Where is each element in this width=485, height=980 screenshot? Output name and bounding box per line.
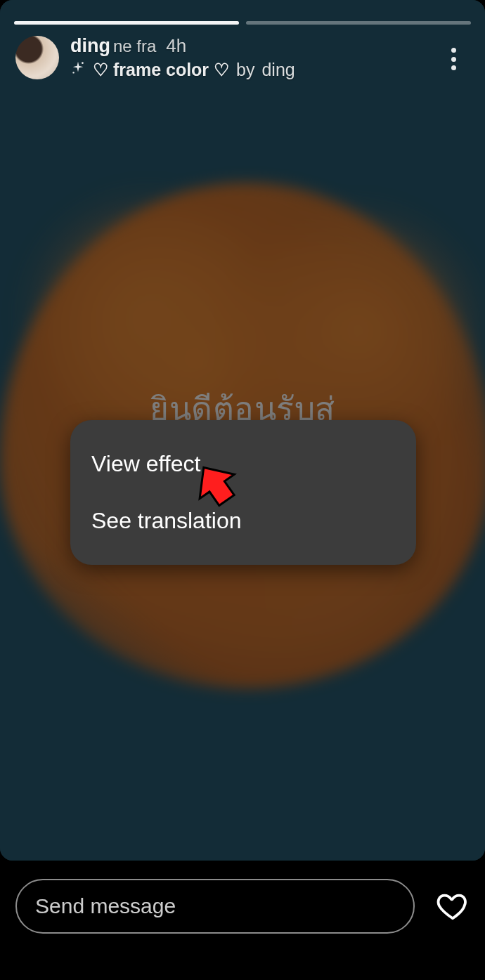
svg-point-1 <box>72 72 74 73</box>
avatar[interactable] <box>15 36 59 79</box>
message-placeholder: Send message <box>35 894 176 918</box>
effect-attribution[interactable]: ♡ frame color ♡ by ding <box>70 60 295 80</box>
username-sub: ne fra <box>113 37 156 56</box>
context-menu: View effect See translation <box>70 420 416 565</box>
story-viewer[interactable]: ยินดีต้อนรับสู่ ding ne fra 4h ♡ <box>0 0 485 861</box>
username-row[interactable]: ding ne fra 4h <box>70 35 295 57</box>
story-progress <box>14 21 471 25</box>
svg-point-0 <box>82 62 84 64</box>
username[interactable]: ding <box>70 35 110 57</box>
effect-author: ding <box>261 60 295 80</box>
progress-segment <box>14 21 239 25</box>
menu-see-translation[interactable]: See translation <box>70 492 416 549</box>
like-button[interactable] <box>436 889 470 923</box>
story-time: 4h <box>166 35 186 57</box>
more-options-icon[interactable] <box>443 45 464 73</box>
story-footer: Send message <box>0 871 485 941</box>
effect-by: by <box>236 60 254 80</box>
sparkle-icon <box>70 60 86 80</box>
story-header: ding ne fra 4h ♡ frame color ♡ by ding <box>15 35 470 80</box>
effect-name: ♡ frame color ♡ <box>93 60 229 80</box>
progress-segment <box>246 21 471 25</box>
menu-view-effect[interactable]: View effect <box>70 436 416 492</box>
message-input[interactable]: Send message <box>15 879 415 934</box>
